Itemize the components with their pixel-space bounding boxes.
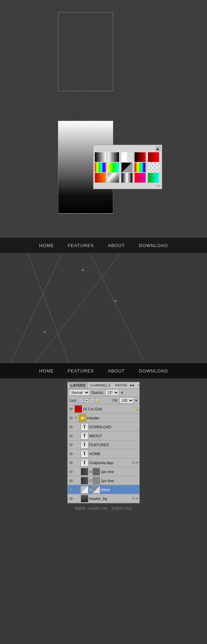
gradient-swatch-rainbow[interactable]	[95, 163, 106, 172]
layer-name-shine: shine	[101, 488, 139, 492]
layer-name-home: HOME	[89, 452, 139, 456]
eye-icon-features[interactable]	[68, 442, 74, 448]
layer-row-header-group[interactable]: ▼ 📁 Header	[68, 413, 139, 422]
chain-icon-1px-1: ⛓	[89, 469, 92, 474]
eye-icon-1px-2[interactable]	[68, 478, 74, 483]
nav-bar-1: HOME FEATURES ABOUT DOWNLOAD	[0, 238, 207, 253]
thumb2-1px-1	[92, 468, 100, 476]
layer-row-1px-line-1[interactable]: ⛓ 1px line	[68, 467, 139, 476]
layers-panel: LAYERS CHANNELS PATHS ▶▶ ≡ Normal Multip…	[67, 382, 140, 503]
chain-icon-1px-2: ⛓	[89, 478, 92, 483]
lock-pixel-icon[interactable]: □	[79, 398, 83, 403]
nav-item-download-2[interactable]: DOWNLOAD	[139, 368, 168, 374]
svg-point-8	[71, 408, 72, 409]
nav-bar-2: HOME FEATURES ABOUT DOWNLOAD	[0, 363, 207, 378]
eye-icon-about[interactable]	[68, 433, 74, 439]
lock-move-icon[interactable]: +	[90, 398, 95, 403]
gradient-swatch-redpurple[interactable]	[135, 173, 146, 183]
tab-channels[interactable]: CHANNELS	[88, 382, 113, 388]
svg-point-16	[71, 444, 72, 445]
tab-paths[interactable]: PATHS	[113, 382, 130, 388]
thumb-home: T	[81, 450, 88, 458]
tab-layers[interactable]: LAYERS	[68, 382, 88, 388]
eye-icon-home[interactable]	[68, 451, 74, 457]
gradient-swatch-checker[interactable]	[148, 163, 159, 172]
nav-item-home-1[interactable]: HOME	[39, 243, 54, 248]
gradient-swatch-darkred[interactable]	[148, 152, 159, 162]
nav-item-download-1[interactable]: DOWNLOAD	[139, 243, 168, 248]
gradient-swatch-spectrum[interactable]	[135, 163, 146, 172]
gradient-swatch-bwb[interactable]	[121, 173, 132, 183]
fill-select[interactable]: 100%	[119, 397, 134, 403]
svg-line-0	[28, 253, 69, 363]
thumb-1px-2	[81, 477, 88, 484]
nav-item-features-1[interactable]: FEATURES	[68, 243, 94, 248]
layer-row-1px-line-2[interactable]: ⛓ 1px line	[68, 476, 139, 485]
svg-point-26	[71, 489, 72, 490]
watermark-text-2: 思源设计论坛	[111, 507, 132, 510]
panel-menu-icon[interactable]: ≡	[136, 382, 141, 388]
gradient-swatch-chrome[interactable]	[108, 173, 119, 183]
nav-item-home-2[interactable]: HOME	[39, 368, 54, 374]
gradient-swatch-wt[interactable]	[121, 152, 132, 162]
panel-expand-icon[interactable]: ▶▶	[130, 382, 135, 388]
fill-label: Fill:	[113, 399, 118, 402]
svg-point-14	[71, 435, 72, 436]
nav-item-features-2[interactable]: FEATURES	[68, 368, 94, 374]
layer-row-home[interactable]: T HOME	[68, 449, 139, 458]
gradient-picker-menu-arrow[interactable]: ▶	[156, 146, 160, 151]
opacity-select[interactable]: 12% 100%	[105, 389, 119, 396]
svg-point-24	[71, 480, 72, 481]
eye-icon-download[interactable]	[68, 424, 74, 430]
thumb-about: T	[81, 432, 88, 440]
blend-mode-select[interactable]: Normal Multiply Screen	[69, 389, 90, 396]
svg-point-6	[82, 269, 84, 271]
layer-row-about[interactable]: T ABOUT	[68, 431, 139, 440]
thumb-download: T	[81, 423, 88, 431]
layer-row-grafpedia[interactable]: T Grafpedia App fx ▼	[68, 458, 139, 467]
gradient-swatch-greencyan[interactable]	[148, 173, 159, 183]
svg-point-4	[115, 300, 117, 302]
svg-line-1	[10, 253, 62, 363]
blend-mode-row: Normal Multiply Screen Opacity: 12% 100%…	[68, 389, 139, 397]
eye-icon-header-bg[interactable]	[68, 496, 74, 501]
eye-icon-shine[interactable]	[68, 487, 74, 492]
gradient-swatch-red[interactable]	[135, 152, 146, 162]
svg-line-2	[90, 253, 145, 363]
layer-row-header-bg[interactable]: header_bg fx ▼	[68, 494, 139, 503]
lock-all-icon[interactable]: 🔒	[95, 398, 100, 403]
gradient-swatches-grid	[95, 152, 160, 183]
nav-item-about-1[interactable]: ABOUT	[108, 243, 125, 248]
gradient-swatch-rainbow2[interactable]	[108, 163, 119, 172]
thumb-shine	[81, 486, 88, 493]
eye-icon-16-col[interactable]	[68, 406, 74, 412]
layer-name-about: ABOUT	[89, 434, 139, 438]
layer-name-1px-1: 1px line	[101, 470, 139, 474]
eye-icon-header[interactable]	[68, 415, 74, 421]
gradient-swatch-wb[interactable]	[108, 152, 119, 162]
layer-row-features[interactable]: T FEATURES	[68, 440, 139, 449]
canvas-gradient: ▶ ⊙	[0, 110, 207, 238]
gradient-picker-footer: ⊙	[95, 184, 160, 187]
watermark-text-1: 图图网：tutu001.com	[75, 507, 108, 510]
layer-row-shine[interactable]: ⛓ shine	[68, 485, 139, 494]
gradient-picker-popup[interactable]: ▶ ⊙	[93, 145, 162, 189]
panel-tabs-bar: LAYERS CHANNELS PATHS ▶▶ ≡	[68, 382, 139, 389]
nav-item-about-2[interactable]: ABOUT	[108, 368, 125, 374]
lock-position-icon[interactable]: ✦	[84, 398, 89, 403]
selection-marquee	[58, 12, 113, 91]
eye-icon-grafpedia[interactable]	[68, 460, 74, 466]
chain-icon-shine: ⛓	[89, 487, 92, 492]
layer-row-16-col-grid[interactable]: 16 Col Grid 🔒	[68, 405, 139, 413]
folder-arrow-header[interactable]: ▼	[75, 416, 78, 419]
eye-icon-1px-1[interactable]	[68, 469, 74, 474]
gradient-swatch-diag[interactable]	[121, 163, 132, 172]
gradient-swatch-bw[interactable]	[95, 152, 106, 162]
svg-line-3	[34, 253, 121, 363]
gradient-swatch-orange[interactable]	[95, 173, 106, 183]
layer-row-download[interactable]: T DOWNLOAD	[68, 422, 139, 431]
diagonal-lines-svg	[0, 253, 207, 363]
thumb2-shine	[92, 486, 100, 493]
panel-icons: ▶▶ ≡	[130, 382, 142, 388]
diagonal-lines-area	[0, 253, 207, 363]
